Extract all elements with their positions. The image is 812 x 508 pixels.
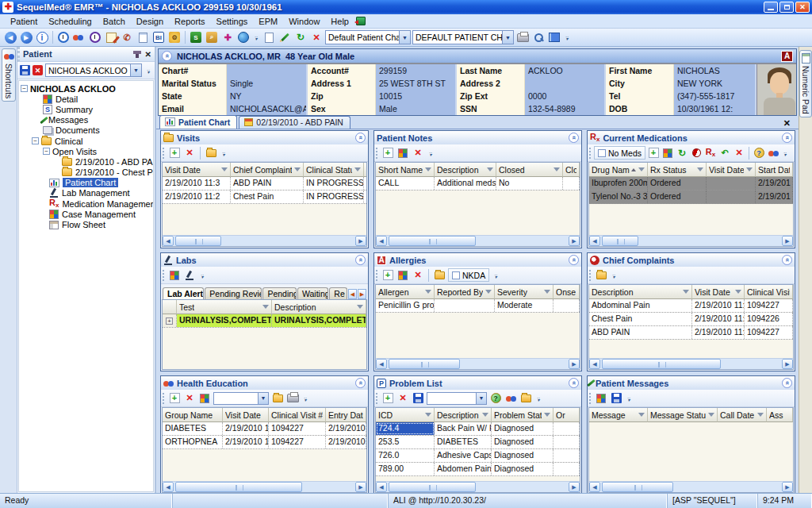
collapse-button[interactable]: « (569, 133, 579, 143)
toolbar-overflow-icon[interactable]: ‥▾ (252, 34, 260, 40)
menu-epm[interactable]: EPM (253, 16, 283, 27)
filter-icon[interactable] (553, 167, 560, 171)
interactions-button[interactable] (767, 146, 779, 160)
column-header[interactable]: Description (272, 300, 366, 314)
tree-item-medication-management[interactable]: RxMedication Management (21, 198, 151, 209)
chevron-down-icon[interactable]: ▼ (130, 64, 141, 76)
patient-selector-combo[interactable]: NICHOLAS ACKLOO ▼ (45, 64, 142, 77)
chart-view-combo[interactable]: Default Patient Chart ▼ (325, 30, 411, 44)
horizontal-scrollbar[interactable]: ◀▶ (589, 358, 793, 369)
tab-visit-abd-pain[interactable]: 02/19/2010 - ABD PAIN (239, 116, 350, 129)
delete-visit-button[interactable]: ✕ (183, 146, 196, 160)
lab-review-button[interactable] (183, 268, 196, 282)
filter-icon[interactable] (221, 167, 228, 171)
renew-rx-button[interactable]: ↻ (676, 146, 688, 160)
toolbar-options-icon[interactable]: ‥▾ (301, 395, 309, 402)
menu-window[interactable]: Window (283, 16, 325, 27)
tree-item-open-visits[interactable]: −Open Visits (21, 146, 151, 156)
allergy-history-button[interactable] (433, 268, 446, 282)
toolbar-options-icon[interactable]: ‥▾ (144, 67, 152, 74)
print-button[interactable] (515, 30, 530, 44)
column-header[interactable]: Drug Name (589, 163, 648, 177)
column-header[interactable]: Short Name (376, 163, 435, 177)
collapse-expander[interactable]: − (21, 85, 28, 92)
table-row[interactable]: CALLAdditional medsNo (376, 177, 580, 190)
filter-icon[interactable] (746, 167, 753, 171)
column-header[interactable]: Severity (495, 285, 553, 299)
add-allergy-button[interactable]: + (381, 268, 394, 282)
discontinue-rx-button[interactable]: Rx (704, 146, 717, 160)
column-header[interactable]: Rx Status (648, 163, 707, 177)
delete-allergy-button[interactable]: ✕ (412, 268, 424, 282)
lab-tab-pending[interactable]: Pending (262, 287, 297, 299)
problem-people-button[interactable] (504, 391, 517, 405)
toolbar-options-icon[interactable]: ‥▾ (220, 150, 228, 156)
collapse-expander[interactable]: − (43, 148, 50, 155)
tree-item-case-management[interactable]: Case Management (21, 209, 151, 219)
add-note-button[interactable]: + (381, 146, 394, 160)
lookup-button[interactable]: ⌕ (205, 30, 219, 44)
toolbar-overflow-icon[interactable]: ‥▾ (563, 34, 571, 40)
delete-medication-button[interactable]: ✕ (733, 146, 745, 160)
filter-icon[interactable] (487, 167, 493, 171)
column-header[interactable]: Clo (563, 163, 580, 177)
allergy-detail-button[interactable] (396, 268, 409, 282)
tree-item-summary[interactable]: SSummary (21, 104, 151, 114)
bi-button[interactable]: BI (151, 30, 166, 44)
collapse-button[interactable]: « (782, 133, 792, 143)
column-header[interactable]: Problem Status (492, 408, 553, 422)
filter-icon[interactable] (425, 167, 431, 171)
collapse-button[interactable]: « (569, 255, 579, 265)
collapse-button[interactable]: « (782, 378, 792, 388)
tree-item-visit-abd-pain[interactable]: 2/19/2010 - ABD PAIN (21, 156, 151, 167)
checkbox-icon[interactable] (452, 271, 460, 279)
tree-root[interactable]: −NICHOLAS ACKLOO (21, 83, 151, 94)
tree-item-documents[interactable]: Documents (21, 125, 151, 136)
medication-detail-button[interactable] (661, 146, 674, 160)
save-icon[interactable] (20, 65, 30, 75)
pin-icon[interactable] (136, 51, 139, 58)
column-header[interactable]: Description (589, 285, 692, 299)
column-header[interactable]: Allergen (376, 285, 435, 299)
lab-tab-more[interactable]: Re (329, 287, 347, 299)
chart-template-combo[interactable]: DEFAULT PATIENT CHART ▼ (412, 30, 514, 44)
checkbox-icon[interactable] (598, 149, 606, 157)
open-complaint-button[interactable] (595, 268, 607, 282)
toolbar-options-icon[interactable]: ‥▾ (198, 272, 206, 279)
column-header[interactable]: Reported By (435, 285, 495, 299)
tools-button[interactable]: ⚙ (167, 30, 182, 44)
selected-cell[interactable]: 724.4 (376, 422, 435, 435)
note-detail-button[interactable] (396, 146, 409, 160)
column-header[interactable]: Test (177, 300, 272, 314)
no-meds-checkbox[interactable]: No Meds (594, 146, 645, 160)
column-header[interactable]: Closed (496, 163, 563, 177)
column-header[interactable]: Message (589, 408, 648, 422)
menu-scheduling[interactable]: Scheduling (43, 16, 97, 27)
tree-item-patient-chart[interactable]: Patient Chart (21, 178, 151, 188)
tab-scroll-left-icon[interactable]: ◀ (348, 289, 357, 299)
menu-reports[interactable]: Reports (169, 16, 211, 27)
filter-icon[interactable] (294, 167, 301, 171)
filter-icon[interactable] (485, 290, 492, 294)
menu-help[interactable]: Help (325, 16, 354, 27)
filter-icon[interactable] (544, 290, 550, 294)
column-header[interactable]: Visit Date (163, 163, 231, 177)
filter-icon[interactable] (735, 290, 741, 294)
filter-icon[interactable] (425, 413, 431, 417)
filter-icon[interactable] (638, 413, 645, 417)
horizontal-scrollbar[interactable]: ◀▶ (376, 481, 580, 492)
save-problem-button[interactable] (412, 391, 424, 405)
table-row[interactable]: Tylenol No.-3 300Ordered2/19/201 (589, 190, 793, 204)
forward-button[interactable]: ▶ (19, 30, 33, 44)
tree-item-messages[interactable]: Messages (21, 115, 151, 125)
table-row[interactable]: 2/19/2010 11:3ABD PAININ PROGRESS (163, 177, 366, 190)
table-row[interactable]: Abdominal Pain2/19/2010 11:31094227 (589, 299, 793, 313)
message-detail-button[interactable] (595, 391, 607, 405)
column-header[interactable]: Clinical Status (304, 163, 364, 177)
collapse-button[interactable]: « (355, 378, 366, 388)
problem-combo[interactable]: ▼ (427, 392, 487, 405)
horizontal-scrollbar[interactable]: ◀▶ (589, 235, 793, 246)
schedule-button[interactable] (88, 30, 102, 44)
add-education-button[interactable]: + (168, 391, 181, 405)
column-header[interactable]: Group Name (163, 408, 223, 422)
